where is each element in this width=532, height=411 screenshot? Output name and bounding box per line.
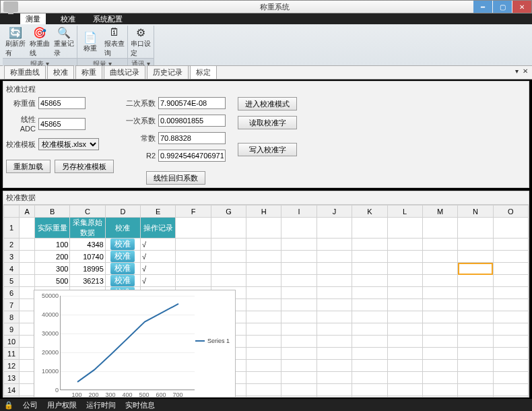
spreadsheet[interactable]: ABCDEFGHIJKLMNO1实际重量采集原始数据校准操作记录21004348…: [3, 204, 529, 398]
coef1-input[interactable]: [158, 115, 226, 127]
regression-button[interactable]: 线性回归系数: [146, 171, 205, 185]
tab-strip: 称重曲线 校准 称重 曲线记录 历史记录 标定 ▾✕: [0, 66, 532, 80]
tab-curve-record[interactable]: 曲线记录: [104, 65, 145, 79]
linear-adc-input[interactable]: [38, 118, 86, 130]
maximize-button[interactable]: ▢: [493, 1, 512, 13]
gear-icon: ⚙: [134, 26, 147, 39]
minimize-button[interactable]: ━: [473, 1, 492, 13]
const-input[interactable]: [158, 132, 226, 144]
menu-calibrate[interactable]: 校准: [58, 13, 78, 25]
refresh-all-button[interactable]: 🔄刷新所有: [5, 26, 26, 58]
refresh-icon: 🔄: [9, 26, 22, 39]
report-query-button[interactable]: 🗓报表查询: [104, 26, 125, 58]
write-calibration-button[interactable]: 写入校准字: [238, 143, 297, 156]
weigh-curve-button[interactable]: 🎯称重曲线: [30, 26, 50, 58]
tab-close-icon[interactable]: ✕: [523, 67, 528, 75]
close-button[interactable]: ✕: [512, 1, 531, 13]
template-select[interactable]: 校准模板.xlsx: [38, 138, 99, 150]
data-section-title: 校准数据: [3, 191, 529, 204]
status-realtime[interactable]: 实时信息: [125, 400, 155, 410]
enter-calibration-button[interactable]: 进入校准模式: [238, 97, 297, 110]
ribbon: 🔄刷新所有 🎯称重曲线 🔍重量记录 报表 ▾ 📄称重 🗓报表查询 报量 ▾ ⚙串…: [0, 24, 532, 66]
calibration-form: 校准过程 称重值 线性ADC 校准模板校准模板.xlsx 重新加载 另存校准模板…: [3, 81, 529, 188]
weigh-button[interactable]: 📄称重: [80, 30, 100, 53]
weight-record-button[interactable]: 🔍重量记录: [54, 26, 74, 58]
target-icon: 🎯: [33, 26, 46, 39]
calendar-icon: 🗓: [108, 26, 121, 39]
status-company[interactable]: 公司: [23, 400, 38, 410]
window-title: 称重系统: [18, 2, 531, 12]
lock-icon: 🔒: [4, 401, 13, 410]
tab-dropdown-icon[interactable]: ▾: [515, 67, 519, 75]
tab-weigh-curve[interactable]: 称重曲线: [4, 65, 46, 79]
menu-measure[interactable]: 测量: [20, 13, 46, 25]
read-calibration-button[interactable]: 读取校准字: [238, 116, 297, 129]
tab-calibrate[interactable]: 校准: [47, 65, 74, 79]
status-runtime[interactable]: 运行时间: [86, 400, 116, 410]
status-user-perm[interactable]: 用户权限: [47, 400, 77, 410]
coef2-input[interactable]: [158, 97, 226, 109]
document-icon: 📄: [84, 30, 97, 44]
tab-weigh[interactable]: 称重: [75, 65, 102, 79]
saveas-template-button[interactable]: 另存校准模板: [55, 160, 114, 173]
chart: Series 1 0100002000030000400005000010020…: [34, 290, 236, 397]
r2-input[interactable]: [158, 150, 226, 162]
menu-sysconfig[interactable]: 系统配置: [90, 13, 125, 25]
form-section-title: 校准过程: [6, 84, 526, 94]
chart-legend: Series 1: [195, 338, 230, 344]
serial-config-button[interactable]: ⚙串口设定: [131, 26, 151, 58]
status-bar: 🔒 公司 用户权限 运行时间 实时信息: [0, 399, 532, 411]
tab-history[interactable]: 历史记录: [147, 65, 189, 79]
search-icon: 🔍: [57, 26, 71, 39]
app-icon: [3, 1, 18, 12]
menu-bar: 测量 校准 系统配置: [0, 13, 532, 24]
title-bar: 称重系统 ━ ▢ ✕: [0, 0, 532, 13]
reload-button[interactable]: 重新加载: [6, 160, 51, 173]
weigh-value-input[interactable]: [38, 97, 86, 109]
tab-biaoding[interactable]: 标定: [190, 65, 217, 79]
